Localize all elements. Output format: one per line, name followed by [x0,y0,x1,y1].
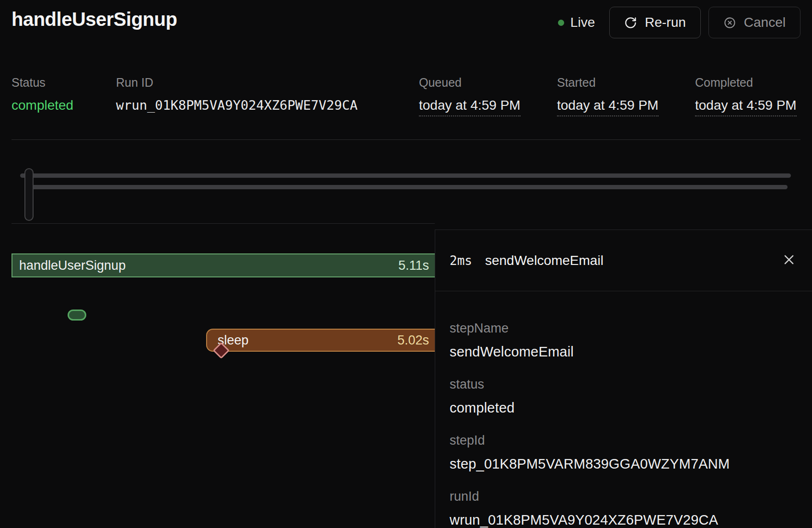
step-title: sendWelcomeEmail [485,253,603,268]
live-indicator: Live [558,15,595,30]
minimap-sleep-bar [29,185,788,189]
field-run-id: runId wrun_01K8PM5VA9Y024XZ6PWE7V29CA [450,489,798,528]
meta-status: Status completed [12,76,73,113]
step-detail-header: 2ms sendWelcomeEmail [435,230,812,291]
field-value: wrun_01K8PM5VA9Y024XZ6PWE7V29CA [450,512,798,528]
header-actions: Live Re-run Cancel [558,7,800,38]
field-label: stepId [450,433,798,448]
span-bar-sleep[interactable]: sleep 5.02s [206,329,435,352]
meta-run-id: Run ID wrun_01K8PM5VA9Y024XZ6PWE7V29CA [116,76,358,113]
step-detail-body: stepName sendWelcomeEmail status complet… [435,291,812,528]
page-title: handleUserSignup [12,9,177,30]
field-label: runId [450,489,798,504]
live-dot-icon [558,20,564,26]
cancel-button[interactable]: Cancel [708,7,800,38]
field-step-id: stepId step_01K8PM5VARM839GGA0WZYM7ANM [450,433,798,472]
run-id-label: Run ID [116,76,358,90]
field-step-name: stepName sendWelcomeEmail [450,321,798,360]
span-name: handleUserSignup [19,258,126,273]
field-value: completed [450,400,798,416]
live-label: Live [570,15,595,30]
status-value: completed [12,98,73,113]
queued-label: Queued [419,76,521,90]
cancel-label: Cancel [744,15,786,30]
close-x-icon [782,253,796,268]
meta-completed: Completed today at 4:59 PM [695,76,797,116]
minimap-run-bar [20,173,791,178]
meta-started: Started today at 4:59 PM [557,76,659,116]
field-label: status [450,377,798,392]
queued-value[interactable]: today at 4:59 PM [419,98,521,116]
run-id-value: wrun_01K8PM5VA9Y024XZ6PWE7V29CA [116,98,358,113]
rerun-button[interactable]: Re-run [609,7,701,38]
close-panel-button[interactable] [780,252,798,269]
rerun-rotate-icon [624,16,637,29]
minimap-brush-handle[interactable] [24,168,34,221]
step-detail-panel: 2ms sendWelcomeEmail stepName sendWelcom… [435,230,812,528]
cancel-circle-x-icon [723,16,736,29]
field-value: sendWelcomeEmail [450,344,798,360]
field-status: status completed [450,377,798,416]
step-duration: 2ms [450,253,472,268]
completed-label: Completed [695,76,797,90]
workflow-run-page: handleUserSignup Live Re-run Cancel [0,0,812,528]
meta-queued: Queued today at 4:59 PM [419,76,521,116]
started-value[interactable]: today at 4:59 PM [557,98,659,116]
field-value: step_01K8PM5VARM839GGA0WZYM7ANM [450,456,798,472]
waterfall-divider [12,223,435,224]
status-label: Status [12,76,73,90]
span-duration: 5.02s [397,333,429,348]
span-bar-sendwelcomeemail-pill[interactable] [68,310,86,321]
span-bar-handleusersignup[interactable]: handleUserSignup 5.11s [12,253,435,277]
header-divider [12,139,800,140]
started-label: Started [557,76,659,90]
rerun-label: Re-run [645,15,686,30]
completed-value[interactable]: today at 4:59 PM [695,98,797,116]
field-label: stepName [450,321,798,336]
span-duration: 5.11s [398,258,429,273]
